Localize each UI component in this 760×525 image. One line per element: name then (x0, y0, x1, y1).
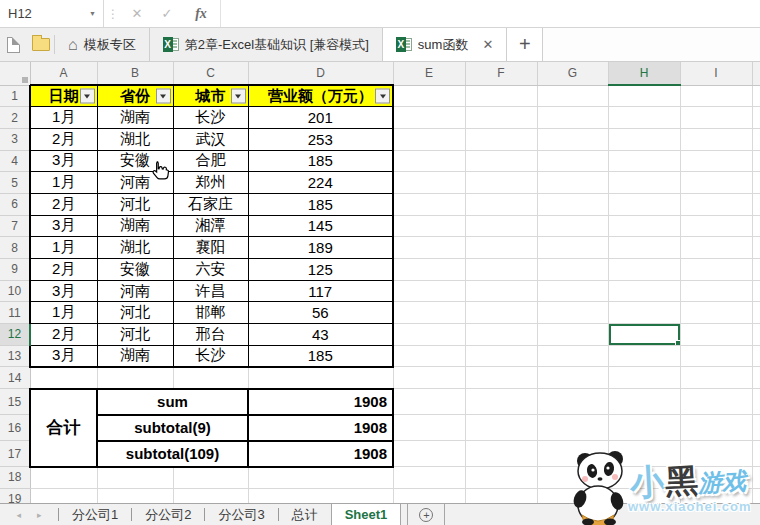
cell-E9[interactable] (393, 259, 465, 281)
insert-function-button[interactable]: fx (182, 0, 220, 27)
cell-G16[interactable] (537, 415, 608, 441)
row-header-9[interactable]: 9 (0, 259, 30, 281)
cell-I18[interactable] (680, 467, 752, 489)
sheet-nav-left-icon[interactable]: ◂ (16, 510, 21, 520)
cell-A13[interactable]: 3月 (30, 345, 97, 367)
row-header-17[interactable]: 17 (0, 441, 30, 467)
cell-H4[interactable] (608, 150, 680, 172)
cell-J12[interactable] (752, 324, 760, 346)
cell-B2[interactable]: 湖南 (97, 107, 173, 129)
cell-J19[interactable] (752, 488, 760, 503)
cell-D10[interactable]: 117 (248, 280, 393, 302)
cell-D16[interactable]: 1908 (248, 415, 393, 441)
cell-H14[interactable] (608, 367, 680, 389)
cell-A11[interactable]: 1月 (30, 302, 97, 324)
cell-G2[interactable] (537, 107, 608, 129)
cell-H3[interactable] (608, 128, 680, 150)
cell-B13[interactable]: 湖南 (97, 345, 173, 367)
sheet-tab-branch2[interactable]: 分公司2 (132, 504, 204, 525)
sheet-tab-total[interactable]: 总计 (279, 504, 331, 525)
cell-A12[interactable]: 2月 (30, 324, 97, 346)
filter-dropdown-revenue[interactable] (375, 89, 390, 104)
cell-C6[interactable]: 石家庄 (173, 193, 248, 215)
cell-J16[interactable] (752, 415, 760, 441)
cell-J1[interactable] (752, 85, 760, 107)
cell-I10[interactable] (680, 280, 752, 302)
cell-F16[interactable] (465, 415, 537, 441)
row-header-15[interactable]: 15 (0, 389, 30, 415)
filter-dropdown-province[interactable] (156, 89, 171, 104)
row-header-2[interactable]: 2 (0, 107, 30, 129)
cell-C7[interactable]: 湘潭 (173, 215, 248, 237)
cell-D19[interactable] (248, 488, 393, 503)
cell-C9[interactable]: 六安 (173, 259, 248, 281)
cell-C19[interactable] (173, 488, 248, 503)
cell-E14[interactable] (393, 367, 465, 389)
cell-G10[interactable] (537, 280, 608, 302)
cell-D18[interactable] (248, 467, 393, 489)
sheet-nav-right-icon[interactable]: ▸ (37, 510, 42, 520)
row-header-16[interactable]: 16 (0, 415, 30, 441)
cell-E6[interactable] (393, 193, 465, 215)
cell-G17[interactable] (537, 441, 608, 467)
cell-I8[interactable] (680, 237, 752, 259)
cell-G19[interactable] (537, 488, 608, 503)
cell-E8[interactable] (393, 237, 465, 259)
cell-J2[interactable] (752, 107, 760, 129)
cell-D1[interactable]: 营业额（万元） (248, 85, 393, 107)
cell-I12[interactable] (680, 324, 752, 346)
cell-G12[interactable] (537, 324, 608, 346)
cell-E10[interactable] (393, 280, 465, 302)
cell-J18[interactable] (752, 467, 760, 489)
cell-A3[interactable]: 2月 (30, 128, 97, 150)
cell-G15[interactable] (537, 389, 608, 415)
cell-H2[interactable] (608, 107, 680, 129)
cell-E16[interactable] (393, 415, 465, 441)
cell-A2[interactable]: 1月 (30, 107, 97, 129)
cell-H6[interactable] (608, 193, 680, 215)
cell-E3[interactable] (393, 128, 465, 150)
column-header-F[interactable]: F (465, 62, 537, 85)
cell-C18[interactable] (173, 467, 248, 489)
cell-I19[interactable] (680, 488, 752, 503)
cell-A19[interactable] (30, 488, 97, 503)
cell-I11[interactable] (680, 302, 752, 324)
cell-F18[interactable] (465, 467, 537, 489)
cell-H17[interactable] (608, 441, 680, 467)
row-header-5[interactable]: 5 (0, 172, 30, 194)
name-box[interactable]: H12 ▼ (0, 0, 104, 27)
cell-E18[interactable] (393, 467, 465, 489)
cell-J5[interactable] (752, 172, 760, 194)
cell-B11[interactable]: 河北 (97, 302, 173, 324)
cell-H16[interactable] (608, 415, 680, 441)
cell-B16-formula-label[interactable]: subtotal(9) (97, 415, 248, 441)
cell-G3[interactable] (537, 128, 608, 150)
cell-G18[interactable] (537, 467, 608, 489)
cell-D2[interactable]: 201 (248, 107, 393, 129)
cell-E15[interactable] (393, 389, 465, 415)
doc-tab-chapter2-workbook[interactable]: X 第2章-Excel基础知识 [兼容模式] (150, 28, 383, 61)
cell-D3[interactable]: 253 (248, 128, 393, 150)
cell-I13[interactable] (680, 345, 752, 367)
row-header-7[interactable]: 7 (0, 215, 30, 237)
cell-E4[interactable] (393, 150, 465, 172)
sheet-tab-branch1[interactable]: 分公司1 (59, 504, 131, 525)
cell-J9[interactable] (752, 259, 760, 281)
cell-E13[interactable] (393, 345, 465, 367)
cell-B12[interactable]: 河北 (97, 324, 173, 346)
cell-C8[interactable]: 襄阳 (173, 237, 248, 259)
cell-H8[interactable] (608, 237, 680, 259)
cell-C13[interactable]: 长沙 (173, 345, 248, 367)
cell-I15[interactable] (680, 389, 752, 415)
cell-D14[interactable] (248, 367, 393, 389)
cell-D9[interactable]: 125 (248, 259, 393, 281)
cell-G11[interactable] (537, 302, 608, 324)
cell-F9[interactable] (465, 259, 537, 281)
cell-H18[interactable] (608, 467, 680, 489)
cell-G6[interactable] (537, 193, 608, 215)
row-header-4[interactable]: 4 (0, 150, 30, 172)
cell-I9[interactable] (680, 259, 752, 281)
cell-I4[interactable] (680, 150, 752, 172)
cell-F2[interactable] (465, 107, 537, 129)
cell-J4[interactable] (752, 150, 760, 172)
